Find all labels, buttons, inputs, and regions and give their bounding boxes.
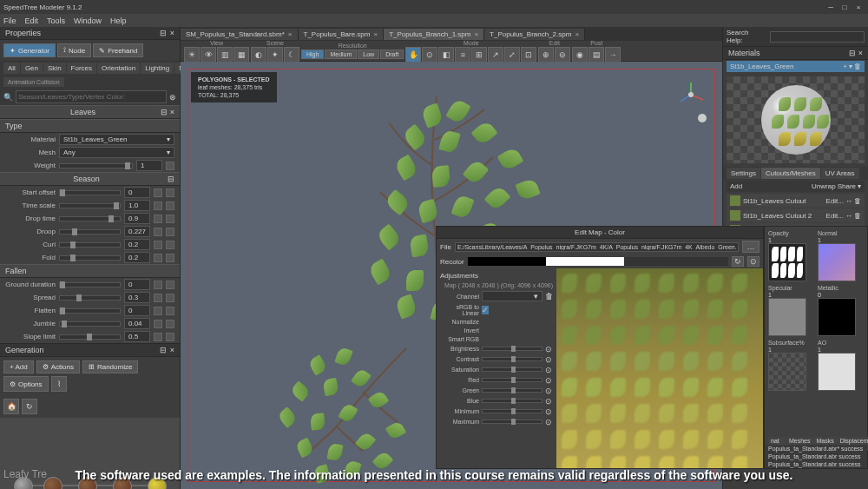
adj-reset[interactable]: ⊙ <box>545 376 553 384</box>
gen-brush-icon[interactable]: ⌇ <box>51 376 67 392</box>
file-path-input[interactable] <box>455 242 739 252</box>
adj-slider[interactable] <box>482 378 542 382</box>
prop-curve[interactable] <box>154 320 162 328</box>
adj-slider[interactable] <box>482 420 542 424</box>
prop-curve[interactable] <box>154 254 162 262</box>
sss-map[interactable] <box>768 353 806 391</box>
adj-reset[interactable]: ⊙ <box>545 418 553 426</box>
prop-chk2[interactable] <box>166 320 174 328</box>
post-btn-3[interactable]: → <box>605 47 621 63</box>
adj-reset[interactable]: ⊙ <box>545 355 553 363</box>
prop-chk2[interactable] <box>166 281 174 289</box>
prop-slider[interactable] <box>59 190 121 195</box>
prop-slider[interactable] <box>59 282 121 287</box>
prop-value[interactable]: 0.2 <box>124 252 150 263</box>
adj-reset[interactable]: ⊙ <box>545 345 553 353</box>
mat-tab-cutouts[interactable]: Cutouts/Meshes <box>761 168 820 179</box>
prop-slider[interactable] <box>59 308 121 314</box>
filter-all[interactable]: All <box>3 63 20 74</box>
window-close[interactable]: × <box>852 3 865 11</box>
srgb-check[interactable]: ✓ <box>482 306 489 314</box>
prop-chk2[interactable] <box>166 241 174 249</box>
prop-chk2[interactable] <box>166 333 174 341</box>
menu-window[interactable]: Window <box>74 17 102 25</box>
mode-6[interactable]: ↗ <box>488 47 503 63</box>
prop-value[interactable]: 0 <box>124 187 150 198</box>
material-dropdown[interactable]: St1b_Leaves_Green▾ <box>59 134 174 145</box>
prop-curve[interactable] <box>154 294 162 302</box>
property-search[interactable] <box>16 90 167 103</box>
leaves-section[interactable]: Leaves <box>5 108 161 116</box>
res-medium[interactable]: Medium <box>325 50 357 59</box>
res-low[interactable]: Low <box>358 50 379 59</box>
prop-value[interactable]: 0.5 <box>124 331 150 342</box>
prop-slider[interactable] <box>59 203 121 208</box>
prop-chk2[interactable] <box>166 254 174 262</box>
gen-randomize-button[interactable]: ⊞ Randomize <box>82 360 138 373</box>
gen-tool-1[interactable]: 🏠 <box>3 399 19 414</box>
prop-slider[interactable] <box>59 216 121 221</box>
mat-del-icon[interactable]: 🗑 <box>854 212 861 220</box>
asset-list-item[interactable]: Populus_ta_Standard.abr success <box>765 460 867 468</box>
axis-gizmo[interactable] <box>677 81 705 109</box>
mat-tab-settings[interactable]: Settings <box>727 168 760 179</box>
prop-curve[interactable] <box>154 188 162 197</box>
mat-menu-icon[interactable]: ▾ <box>849 63 852 70</box>
close-icon[interactable]: × <box>474 30 478 38</box>
filetab-2[interactable]: T_Populus_Branch_1.spm× <box>384 29 484 40</box>
prop-curve[interactable] <box>154 307 162 315</box>
adj-slider[interactable] <box>482 409 542 413</box>
prop-slider[interactable] <box>59 242 121 248</box>
prop-value[interactable]: 0.04 <box>124 318 150 329</box>
mode-5[interactable]: ⊞ <box>471 47 487 63</box>
mat-del-icon[interactable]: 🗑 <box>854 197 861 205</box>
search-help-input[interactable] <box>770 31 865 43</box>
mesh-dropdown[interactable]: Any▾ <box>59 147 174 158</box>
tab-generator[interactable]: ✦ Generator <box>3 43 56 57</box>
close-icon[interactable]: × <box>575 30 579 38</box>
mode-4[interactable]: ≡ <box>455 47 470 63</box>
channel-delete-icon[interactable]: 🗑 <box>545 292 553 301</box>
close-icon[interactable]: × <box>373 30 378 38</box>
prop-curve[interactable] <box>154 202 162 210</box>
panel-close-icon[interactable]: × <box>170 29 174 37</box>
gen-close-icon[interactable]: × <box>170 346 174 354</box>
window-max[interactable]: □ <box>838 3 851 11</box>
mode-8[interactable]: ⊡ <box>521 47 536 63</box>
adj-reset[interactable]: ⊙ <box>545 407 553 415</box>
mat-add-icon[interactable]: + <box>843 63 847 70</box>
prop-slider[interactable] <box>59 255 121 261</box>
scene-btn-3[interactable]: ☾ <box>284 47 299 63</box>
panel-pin-icon[interactable]: ⊟ <box>160 29 167 37</box>
weight-curve[interactable] <box>166 162 174 170</box>
opacity-map[interactable] <box>768 243 806 281</box>
adj-reset[interactable]: ⊙ <box>545 366 553 373</box>
prop-curve[interactable] <box>154 215 162 223</box>
prop-value[interactable]: 0.3 <box>124 292 150 303</box>
mode-7[interactable]: ⤢ <box>504 47 520 63</box>
adj-slider[interactable] <box>482 388 542 393</box>
edit-btn-1[interactable]: ⊕ <box>538 47 554 63</box>
channel-dropdown[interactable]: ▾ <box>482 291 542 301</box>
prop-slider[interactable] <box>59 229 121 235</box>
material-item[interactable]: St1b_Leaves Cutout 2Edit...↔🗑 <box>727 208 865 222</box>
prop-value[interactable]: 0 <box>124 279 150 290</box>
res-draft[interactable]: Draft <box>380 50 404 59</box>
adj-reset[interactable]: ⊙ <box>545 397 553 405</box>
prop-chk2[interactable] <box>166 307 174 315</box>
mode-3[interactable]: ◧ <box>438 47 454 63</box>
scene-btn-2[interactable]: ✦ <box>267 47 283 63</box>
asset-list-item[interactable]: Populus_ta_Standard.abr success <box>765 453 867 460</box>
res-high[interactable]: High <box>301 50 324 59</box>
filetab-1[interactable]: T_Populus_Bare.spm× <box>299 29 385 40</box>
prop-curve[interactable] <box>154 228 162 236</box>
recolor-reset[interactable]: ↻ <box>732 256 744 267</box>
post-btn-2[interactable]: ▤ <box>589 47 604 63</box>
adj-slider[interactable] <box>482 357 542 361</box>
prop-chk2[interactable] <box>166 202 174 210</box>
adj-slider[interactable] <box>482 399 542 403</box>
ao-map[interactable] <box>818 353 856 391</box>
window-min[interactable]: ─ <box>825 3 837 11</box>
view-btn-1[interactable]: ☀ <box>184 47 200 63</box>
adj-reset[interactable]: ⊙ <box>545 387 553 394</box>
